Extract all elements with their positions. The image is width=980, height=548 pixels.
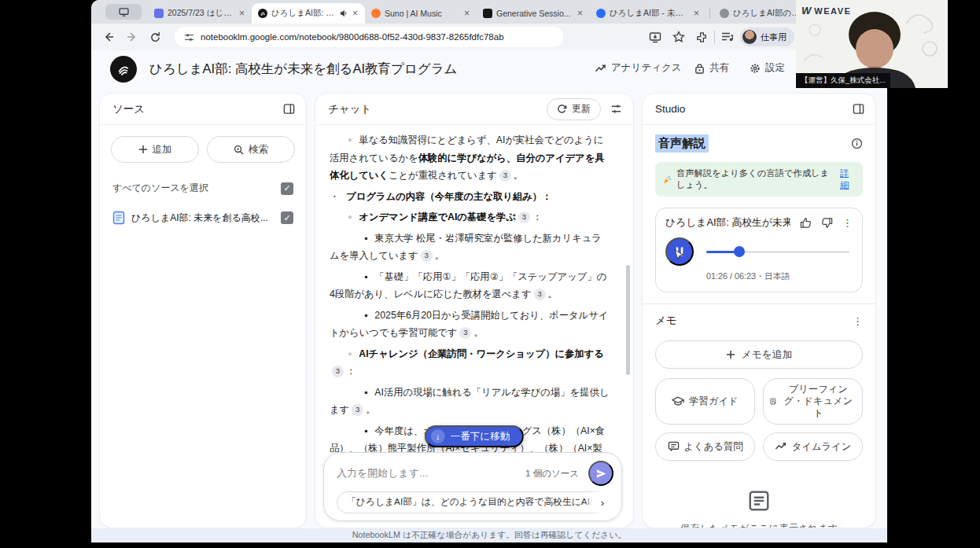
discover-sources-label: 検索 [249, 143, 268, 156]
trending-up-icon [595, 63, 606, 73]
tab-2-active[interactable]: ひろしまAI部: 高... × [252, 3, 365, 24]
tab-title: Generative Sessio... [496, 9, 573, 18]
discover-sources-button[interactable]: 検索 [207, 136, 295, 163]
chat-text: ： [532, 211, 542, 223]
arrow-down-icon: ↓ [431, 429, 445, 443]
tab-1[interactable]: 2025/7/23 はじめて × [148, 3, 252, 24]
study-guide-label: 学習ガイド [689, 395, 738, 407]
chat-paragraph: ◦オンデマンド講座でAIの基礎を学ぶ3： [330, 208, 610, 226]
tab-audio-speaker-icon[interactable] [340, 9, 348, 17]
media-controls-icon[interactable] [721, 31, 734, 42]
notes-header: メモ ⋮ [655, 314, 863, 328]
add-note-button[interactable]: メモを追加 [655, 340, 863, 369]
forward-icon[interactable] [126, 31, 138, 43]
source-title: ひろしまAI部: 未来を創る高校... [131, 211, 274, 225]
refresh-chat-button[interactable]: 更新 [547, 98, 601, 120]
add-source-button[interactable]: 追加 [111, 136, 199, 163]
citation-badge[interactable]: 3 [459, 327, 471, 339]
chat-text: オンデマンド講座でAIの基礎を学ぶ [359, 211, 516, 223]
chat-paragraph: ▪AI活用の現場に触れる「リアルな学びの場」を提供します3。 [330, 384, 610, 419]
tab-title: ひろしまAI部 - 未来... [610, 8, 689, 19]
source-list-item[interactable]: ひろしまAI部: 未来を創る高校... ✓ [100, 195, 306, 225]
lock-icon [694, 63, 705, 74]
progress-knob[interactable] [734, 246, 745, 257]
chat-text: 。 [548, 289, 558, 300]
pause-button[interactable] [665, 237, 694, 266]
tab-4[interactable]: Generative Sessio... × [477, 3, 590, 24]
site-settings-tune-icon[interactable] [184, 32, 194, 42]
citation-badge[interactable]: 3 [518, 211, 530, 223]
chat-panel: チャット 更新 ◦単なる知識習得にとどまらず、AIが実社会でどのように活用されて… [315, 93, 634, 528]
citation-badge[interactable]: 3 [332, 366, 344, 377]
faq-button[interactable]: よくある質問 [655, 432, 755, 461]
playback-time-label: 01:26 / 06:23・日本語 [706, 271, 853, 282]
chat-text: 。 [435, 250, 444, 261]
notes-more-options-icon[interactable]: ⋮ [853, 316, 863, 326]
add-source-label: 追加 [153, 143, 172, 156]
meeting-stage: 2025/7/23 はじめて × ひろしまAI部: 高... × Suno | … [0, 0, 980, 548]
chat-panel-header: チャット 更新 [315, 94, 633, 125]
toolbar-divider [714, 31, 715, 43]
tab-6[interactable]: ひろしまAI部の紹介 [713, 3, 808, 24]
tab-5[interactable]: ひろしまAI部 - 未来... × [590, 3, 706, 24]
tab-close-icon[interactable]: × [352, 9, 359, 18]
screen-share-tab-indicator[interactable] [105, 4, 142, 20]
chat-text: 。 [514, 170, 523, 181]
audio-progress-slider[interactable] [706, 251, 849, 253]
thumbs-up-icon[interactable] [800, 217, 812, 229]
settings-button[interactable]: 設定 [750, 61, 785, 75]
scroll-to-bottom-label: 一番下に移動 [451, 430, 510, 443]
banner-details-link[interactable]: 詳細 [840, 167, 855, 191]
reload-icon[interactable] [149, 31, 161, 43]
select-all-sources-row: すべてのソースを選択 ✓ [100, 163, 306, 195]
collapse-panel-icon[interactable] [283, 103, 295, 115]
bookmark-star-icon[interactable] [672, 31, 685, 43]
info-icon[interactable] [851, 138, 863, 149]
saved-note-icon [747, 489, 771, 513]
send-button[interactable] [588, 461, 613, 486]
collapse-panel-icon[interactable] [853, 103, 864, 115]
back-icon[interactable] [102, 31, 115, 43]
sources-panel-header: ソース [100, 94, 306, 125]
citation-badge[interactable]: 3 [534, 289, 546, 300]
weave-logo-mark: W [801, 5, 811, 17]
citation-badge[interactable]: 3 [421, 250, 433, 262]
browser-profile-chip[interactable]: 仕事用 [740, 28, 794, 46]
chat-input[interactable]: 入力を開始します... [337, 466, 525, 480]
source-checkbox[interactable]: ✓ [281, 211, 293, 224]
study-guide-button[interactable]: 学習ガイド [655, 378, 755, 425]
citation-badge[interactable]: 3 [352, 404, 363, 416]
citation-badge[interactable]: 3 [499, 170, 511, 182]
select-all-checkbox[interactable]: ✓ [281, 182, 293, 195]
analytics-button[interactable]: アナリティクス [595, 61, 682, 75]
extensions-icon[interactable] [696, 31, 708, 43]
tab-separator [709, 8, 710, 19]
sources-title: ソース [112, 102, 145, 116]
tab-3[interactable]: Suno | AI Music × [365, 3, 477, 24]
chat-messages: ◦単なる知識習得にとどまらず、AIが実社会でどのように活用されているかを体験的に… [315, 125, 633, 452]
tab-2-favicon [258, 9, 267, 18]
share-button[interactable]: 共有 [694, 61, 729, 75]
bullet-marker: ▪ [364, 271, 374, 282]
thumbs-down-icon[interactable] [821, 217, 833, 229]
notebooklm-header: ひろしまAI部: 高校生が未来を創るAI教育プログラム アナリティクス 共有 設… [91, 50, 887, 88]
timeline-button[interactable]: タイムライン [763, 432, 863, 461]
url-text: notebooklm.google.com/notebook/9800d688-… [201, 32, 504, 42]
chevron-right-icon[interactable]: › [591, 491, 613, 513]
url-bar[interactable]: notebooklm.google.com/notebook/9800d688-… [175, 27, 563, 47]
chat-settings-icon[interactable] [610, 103, 622, 115]
suggested-question-chip[interactable]: 「ひろしまAI部」は、どのような目的と内容で高校生にAI教育を... [337, 491, 613, 513]
save-to-device-icon[interactable] [649, 31, 661, 43]
bullet-marker: ◦ [348, 134, 359, 145]
tab-close-icon[interactable]: × [463, 9, 470, 18]
chat-scrollbar[interactable] [626, 265, 630, 375]
briefing-doc-button[interactable]: ブリーフィング・ドキュメント [763, 378, 863, 425]
more-options-icon[interactable]: ⋮ [842, 218, 853, 228]
tab-close-icon[interactable]: × [693, 9, 700, 18]
chat-text: 。 [366, 404, 375, 415]
notebooklm-logo[interactable] [110, 56, 137, 83]
tab-close-icon[interactable]: × [238, 9, 245, 18]
tab-close-icon[interactable]: × [577, 9, 584, 18]
notes-title: メモ [655, 314, 677, 328]
scroll-to-bottom-button[interactable]: ↓ 一番下に移動 [425, 425, 524, 447]
